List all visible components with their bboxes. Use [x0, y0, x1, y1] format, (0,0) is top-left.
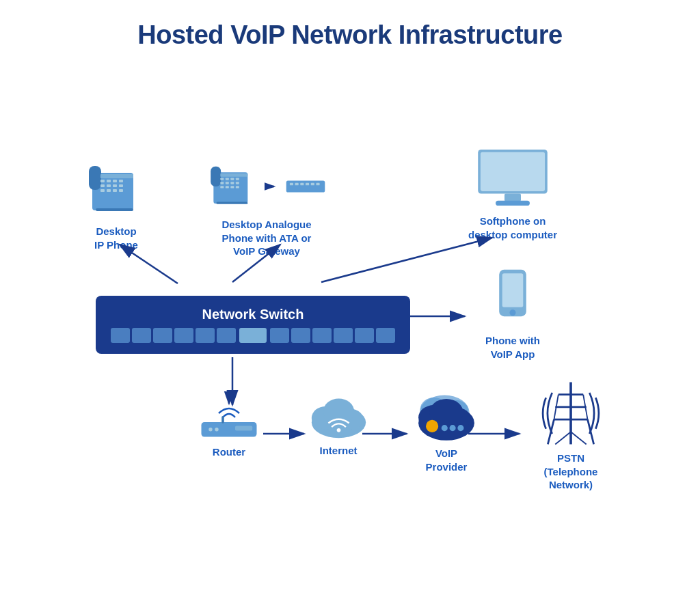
softphone-node: Softphone on desktop computer	[444, 145, 581, 241]
svg-rect-15	[119, 180, 123, 182]
voip-app-label: Phone with VoIP App	[485, 334, 540, 361]
port-10	[334, 328, 353, 343]
svg-rect-43	[286, 180, 325, 192]
svg-rect-36	[220, 186, 224, 188]
switch-box: Network Switch	[96, 296, 410, 354]
port-6	[217, 328, 236, 343]
port-9	[312, 328, 332, 343]
svg-rect-19	[119, 184, 123, 187]
port-11	[355, 328, 374, 343]
ip-phone-icon	[85, 159, 147, 221]
voip-phone-icon	[492, 268, 533, 330]
svg-rect-11	[89, 166, 101, 190]
svg-rect-25	[96, 208, 133, 211]
svg-rect-41	[216, 202, 247, 204]
svg-line-88	[571, 432, 587, 444]
svg-rect-16	[100, 184, 105, 187]
svg-rect-45	[295, 183, 298, 185]
svg-rect-53	[496, 201, 530, 206]
ata-arrow-icon	[265, 180, 280, 193]
svg-point-56	[510, 309, 516, 316]
port-5	[196, 328, 215, 343]
svg-rect-52	[504, 194, 521, 201]
svg-rect-17	[107, 184, 111, 187]
port-2	[132, 328, 151, 343]
svg-rect-55	[502, 273, 524, 307]
port-3	[153, 328, 172, 343]
router-icon	[198, 415, 260, 441]
svg-rect-18	[113, 184, 117, 187]
pstn-label: PSTN (Telephone Network)	[544, 451, 598, 492]
svg-point-67	[336, 428, 340, 432]
svg-rect-47	[306, 183, 309, 185]
svg-rect-48	[310, 183, 314, 185]
page-title: Hosted VoIP Network Infrastructure	[27, 20, 673, 50]
pstn-node: PSTN (Telephone Network)	[520, 379, 622, 492]
svg-rect-21	[107, 189, 111, 192]
diagram-container: Hosted VoIP Network Infrastructure	[0, 0, 700, 612]
desktop-analogue-node: Desktop Analogue Phone with ATA or VoIP …	[198, 159, 335, 258]
svg-rect-13	[107, 180, 111, 182]
desktop-ip-phone-label: Desktop IP Phone	[94, 225, 138, 251]
svg-point-60	[208, 428, 212, 431]
svg-rect-49	[316, 183, 319, 185]
svg-rect-22	[113, 189, 117, 192]
wifi-signal-icon	[205, 391, 253, 419]
svg-point-76	[442, 425, 448, 431]
switch-ports	[111, 328, 395, 343]
svg-rect-29	[225, 178, 228, 180]
svg-point-61	[215, 428, 218, 431]
svg-point-66	[323, 399, 353, 425]
svg-rect-34	[230, 182, 234, 184]
router-label: Router	[213, 445, 245, 459]
internet-icon	[306, 393, 371, 440]
switch-label: Network Switch	[202, 307, 304, 322]
svg-rect-23	[119, 189, 123, 192]
pstn-icon	[537, 379, 605, 447]
svg-rect-32	[220, 182, 224, 184]
svg-rect-12	[100, 180, 105, 182]
svg-rect-51	[481, 152, 545, 191]
port-4	[174, 328, 193, 343]
svg-rect-38	[230, 186, 234, 188]
svg-rect-27	[211, 167, 221, 186]
svg-rect-35	[235, 182, 239, 184]
svg-rect-40	[220, 173, 247, 177]
svg-rect-28	[220, 178, 224, 180]
svg-rect-59	[221, 416, 224, 423]
port-8	[291, 328, 310, 343]
svg-rect-46	[300, 183, 304, 185]
router-node: Router	[185, 391, 273, 459]
internet-node: Internet	[297, 393, 379, 458]
svg-rect-24	[100, 174, 133, 178]
ata-device-icon	[285, 177, 326, 196]
svg-rect-30	[230, 178, 234, 180]
svg-rect-14	[113, 180, 117, 182]
port-7	[270, 328, 289, 343]
internet-label: Internet	[319, 444, 357, 458]
svg-rect-33	[225, 182, 228, 184]
svg-rect-20	[100, 189, 105, 192]
svg-point-75	[426, 420, 438, 432]
svg-rect-31	[235, 178, 239, 180]
voip-app-node: Phone with VoIP App	[458, 268, 567, 361]
desktop-analogue-label: Desktop Analogue Phone with ATA or VoIP …	[221, 218, 311, 258]
softphone-label: Softphone on desktop computer	[468, 214, 557, 241]
voip-provider-node: VoIP Provider	[402, 388, 491, 473]
port-12	[376, 328, 395, 343]
svg-point-77	[450, 425, 456, 431]
analogue-phone-icon	[208, 159, 259, 214]
port-1	[111, 328, 130, 343]
svg-line-87	[555, 432, 571, 444]
svg-rect-62	[235, 426, 252, 430]
port-wide-1	[239, 328, 267, 343]
svg-point-78	[457, 425, 463, 431]
voip-provider-icon	[412, 388, 481, 443]
svg-rect-37	[225, 186, 228, 188]
diagram-area: Desktop IP Phone	[27, 70, 673, 603]
softphone-icon	[472, 145, 554, 210]
network-switch-node: Network Switch	[96, 296, 410, 354]
svg-rect-44	[289, 183, 293, 185]
svg-rect-39	[235, 186, 239, 188]
desktop-ip-phone-node: Desktop IP Phone	[62, 159, 171, 251]
